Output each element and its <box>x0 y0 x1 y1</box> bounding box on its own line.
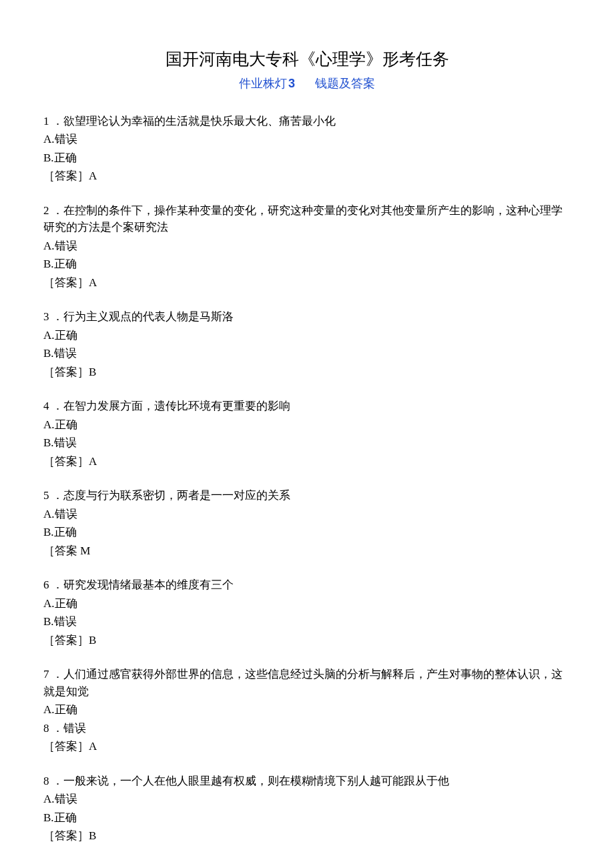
question-number: 5 <box>43 489 49 502</box>
question-stem: ．在智力发展方面，遗传比环境有更重要的影响 <box>52 400 290 412</box>
question-block: 6 ．研究发现情绪最基本的维度有三个 A.正确 B.错误 ［答案］B <box>43 576 571 648</box>
question-number: 3 <box>43 310 49 323</box>
subtitle-number: 3 <box>288 77 295 90</box>
question-text: 6 ．研究发现情绪最基本的维度有三个 <box>43 576 571 594</box>
option-b: B.正确 <box>43 149 571 167</box>
subtitle-part1: 件业株灯 <box>239 77 287 90</box>
question-stem: ．研究发现情绪最基本的维度有三个 <box>52 578 234 591</box>
question-number: 7 <box>43 668 49 681</box>
question-stem: ．态度与行为联系密切，两者是一一对应的关系 <box>52 489 290 502</box>
question-block: 1 ．欲望理论认为幸福的生活就是快乐最大化、痛苦最小化 A.错误 B.正确 ［答… <box>43 113 571 185</box>
option-a: A.正确 <box>43 327 571 344</box>
answer-line: ［答案］A <box>43 167 571 185</box>
option-a: A.正确 <box>43 595 571 612</box>
answer-line: ［答案］A <box>43 274 571 292</box>
option-b: B.错误 <box>43 613 571 630</box>
option-a: A.错误 <box>43 238 571 255</box>
question-stem: ．欲望理论认为幸福的生活就是快乐最大化、痛苦最小化 <box>52 115 336 127</box>
question-text: 1 ．欲望理论认为幸福的生活就是快乐最大化、痛苦最小化 <box>43 113 571 130</box>
question-block: 4 ．在智力发展方面，遗传比环境有更重要的影响 A.正确 B.错误 ［答案］A <box>43 398 571 470</box>
answer-line: ［答案］B <box>43 364 571 381</box>
option-b: B.正确 <box>43 256 571 273</box>
question-block: 8 ．一般来说，一个人在他人眼里越有权威，则在模糊情境下别人越可能跟从于他 A.… <box>43 773 571 845</box>
question-block: 3 ．行为主义观点的代表人物是马斯洛 A.正确 B.错误 ［答案］B <box>43 308 571 380</box>
option-b: B.正确 <box>43 809 571 827</box>
answer-line: ［答案］B <box>43 827 571 845</box>
document-subtitle: 件业株灯3钱题及答案 <box>43 75 571 93</box>
question-block: 5 ．态度与行为联系密切，两者是一一对应的关系 A.错误 B.正确 ［答案 M <box>43 487 571 559</box>
option-b: B.错误 <box>43 345 571 362</box>
question-text: 2 ．在控制的条件下，操作某种变量的变化，研究这种变量的变化对其他变量所产生的影… <box>43 202 571 236</box>
question-text: 7 ．人们通过感官获得外部世界的信息，这些信息经过头脑的分析与解释后，产生对事物… <box>43 666 571 700</box>
option-a: A.错误 <box>43 791 571 808</box>
question-number: 8 <box>43 775 49 787</box>
option-b: 8 ．错误 <box>43 720 571 737</box>
option-a: A.错误 <box>43 506 571 523</box>
option-a: A.正确 <box>43 701 571 719</box>
question-number: 2 <box>43 204 49 217</box>
option-b-text: ．错误 <box>52 722 86 735</box>
answer-line: ［答案］A <box>43 738 571 755</box>
question-number: 1 <box>43 115 49 127</box>
question-text: 5 ．态度与行为联系密切，两者是一一对应的关系 <box>43 487 571 504</box>
question-stem: ．在控制的条件下，操作某种变量的变化，研究这种变量的变化对其他变量所产生的影响，… <box>43 204 563 234</box>
question-text: 4 ．在智力发展方面，遗传比环境有更重要的影响 <box>43 398 571 415</box>
answer-line: ［答案 M <box>43 542 571 560</box>
question-block: 2 ．在控制的条件下，操作某种变量的变化，研究这种变量的变化对其他变量所产生的影… <box>43 202 571 292</box>
option-a: A.正确 <box>43 416 571 434</box>
question-number: 4 <box>43 400 49 412</box>
answer-line: ［答案］B <box>43 632 571 649</box>
document-title: 国开河南电大专科《心理学》形考任务 <box>43 47 571 72</box>
option-b: B.错误 <box>43 434 571 452</box>
answer-line: ［答案］A <box>43 453 571 470</box>
subtitle-part2: 钱题及答案 <box>315 77 375 90</box>
question-text: 8 ．一般来说，一个人在他人眼里越有权威，则在模糊情境下别人越可能跟从于他 <box>43 773 571 790</box>
question-stem: ．一般来说，一个人在他人眼里越有权威，则在模糊情境下别人越可能跟从于他 <box>52 775 449 787</box>
question-number: 6 <box>43 578 49 591</box>
question-stem: ．人们通过感官获得外部世界的信息，这些信息经过头脑的分析与解释后，产生对事物的整… <box>43 668 563 698</box>
option-a: A.错误 <box>43 131 571 148</box>
question-block: 7 ．人们通过感官获得外部世界的信息，这些信息经过头脑的分析与解释后，产生对事物… <box>43 666 571 755</box>
option-b: B.正确 <box>43 524 571 541</box>
question-text: 3 ．行为主义观点的代表人物是马斯洛 <box>43 308 571 326</box>
question-stem: ．行为主义观点的代表人物是马斯洛 <box>52 310 234 323</box>
option-b-prefix: 8 <box>43 722 49 735</box>
